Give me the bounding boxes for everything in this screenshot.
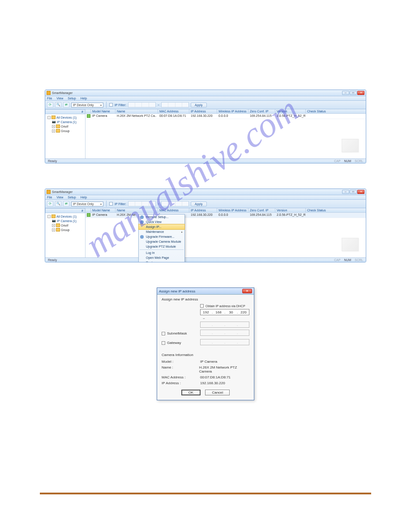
expand-icon[interactable]: + [52,228,55,232]
row-wireless-ip: 0.0.0.0 [217,114,248,119]
menu-file[interactable]: File [47,97,52,100]
menu-help[interactable]: Help [81,97,87,100]
toolbar-network-icon[interactable]: ⇄ [63,201,69,206]
dhcp-checkbox[interactable] [200,304,204,308]
col-version[interactable]: Version [275,208,306,212]
ctx-login[interactable]: Log In [139,250,184,255]
col-model[interactable]: Model Name [91,208,116,212]
ip-octet-2[interactable]: 168 [213,310,224,314]
ip-octet-1[interactable]: 192 [201,310,211,314]
ip-filter-tilde: ~ [158,103,159,107]
col-ip[interactable]: IP Address [189,109,217,113]
menu-help[interactable]: Help [81,196,87,199]
ctx-upgrade-firmware[interactable]: Upgrade Firmware... [139,234,184,239]
apply-button[interactable]: Apply [191,202,207,206]
collapse-icon[interactable]: - [47,116,51,119]
ip-filter-from[interactable] [128,102,156,107]
row-model: IP Camera [91,213,116,218]
menu-view[interactable]: View [56,97,63,100]
col-icon[interactable] [86,208,91,212]
tree-group[interactable]: +Group [47,227,84,232]
tree-all-devices[interactable]: -All Devices (1) [47,214,84,219]
subnet-checkbox[interactable] [162,332,165,335]
ip-filter-label: IP Filter: [115,103,126,107]
titlebar[interactable]: SmartManager ─ ▭ ✕ [45,90,366,96]
tree-header: # [45,109,85,114]
expand-icon[interactable]: + [52,224,55,227]
expand-icon[interactable]: + [52,125,55,128]
assign-ip-dialog: Assign new IP address ✕ Assign new IP ad… [157,287,254,400]
menu-setup[interactable]: Setup [68,97,76,100]
ip-from-input[interactable]: 192. 168. 30. 220 [200,309,249,315]
ctx-maintenance[interactable]: Maintenance▸ [139,229,184,234]
row-check-status [306,114,366,119]
toolbar-refresh-icon[interactable]: ⟳ [47,102,53,107]
tree-ip-camera[interactable]: 📷IP Camera (1) [47,120,84,124]
col-wireless-ip[interactable]: Wireless IP Address [217,109,248,113]
col-mac[interactable]: MAC Address [158,208,189,212]
tree-all-devices[interactable]: -All Devices (1) [47,115,84,120]
titlebar[interactable]: SmartManager ─ ▭ ✕ [45,189,366,195]
menu-file[interactable]: File [47,196,52,199]
minimize-button[interactable]: ─ [342,190,349,194]
ip-filter-checkbox[interactable] [109,202,113,206]
ctx-restore[interactable]: Restore [139,260,184,262]
toolbar-search-icon[interactable]: 🔍 [55,201,61,206]
grid-header: Model Name Name MAC Address IP Address W… [86,208,366,213]
context-menu: Remote Setup... Quick View Assign IP... … [138,214,185,262]
row-ip: 192.168.30.220 [189,114,217,119]
gateway-checkbox[interactable] [162,341,165,345]
tree-onvif[interactable]: +Onvif [47,124,84,129]
dhcp-label: Obtain IP address via DHCP [206,305,245,308]
col-mac[interactable]: MAC Address [158,109,189,113]
ctx-upgrade-camera[interactable]: Upgrade Camera Module [139,239,184,244]
toolbar-separator [106,201,107,207]
col-zeroconf-ip[interactable]: Zero Conf. IP [248,109,275,113]
col-zeroconf-ip[interactable]: Zero Conf. IP [248,208,275,212]
col-wireless-ip[interactable]: Wireless IP Address [217,208,248,212]
ctx-open-web[interactable]: Open Web Page [139,255,184,260]
menu-setup[interactable]: Setup [68,196,76,199]
apply-button[interactable]: Apply [191,103,207,107]
col-icon[interactable] [86,109,91,113]
collapse-icon[interactable]: - [47,215,51,218]
status-ready: Ready [48,258,57,262]
tree-group[interactable]: +Group [47,129,84,133]
col-name[interactable]: Name [116,109,158,113]
ctx-remote-setup[interactable]: Remote Setup... [139,215,184,219]
col-check-status[interactable]: Check Status [306,208,366,212]
cancel-button[interactable]: Cancel [205,390,230,395]
ip-filter-from[interactable] [128,201,156,206]
col-model[interactable]: Model Name [91,109,116,113]
maximize-button[interactable]: ▭ [350,190,357,194]
ip-filter-to[interactable] [161,201,189,206]
ctx-upgrade-ptz[interactable]: Upgrade PTZ Module [139,244,184,249]
dialog-close-button[interactable]: ✕ [242,289,252,293]
toolbar-search-icon[interactable]: 🔍 [55,102,61,107]
close-button[interactable]: ✕ [357,190,364,194]
minimize-button[interactable]: ─ [342,91,349,95]
app-icon [47,190,51,194]
device-filter-select[interactable]: IP Device Only [71,103,103,107]
tree-onvif[interactable]: +Onvif [47,223,84,227]
ip-octet-3[interactable]: 30 [226,310,236,314]
menu-view[interactable]: View [56,196,63,199]
device-filter-select[interactable]: IP Device Only [71,202,103,206]
col-ip[interactable]: IP Address [189,208,217,212]
table-row[interactable]: IP Camera H.26X 2M Network PTZ Ca.. 00:0… [86,114,366,119]
col-version[interactable]: Version [275,109,306,113]
ok-button[interactable]: OK [181,390,201,395]
ip-octet-4[interactable]: 220 [238,310,249,314]
close-button[interactable]: ✕ [357,91,364,95]
maximize-button[interactable]: ▭ [350,91,357,95]
col-name[interactable]: Name [116,208,158,212]
dialog-titlebar[interactable]: Assign new IP address ✕ [157,288,254,295]
col-check-status[interactable]: Check Status [306,109,366,113]
table-row[interactable]: IP Camera H.26X 2M Ne 192.168.30.220 0.0… [86,213,366,218]
toolbar-refresh-icon[interactable]: ⟳ [47,201,53,206]
tree-ip-camera[interactable]: 📷IP Camera (1) [47,219,84,223]
ip-filter-checkbox[interactable] [109,103,113,107]
expand-icon[interactable]: + [52,129,55,133]
toolbar-network-icon[interactable]: ⇄ [63,102,69,107]
ip-filter-to[interactable] [161,102,189,107]
